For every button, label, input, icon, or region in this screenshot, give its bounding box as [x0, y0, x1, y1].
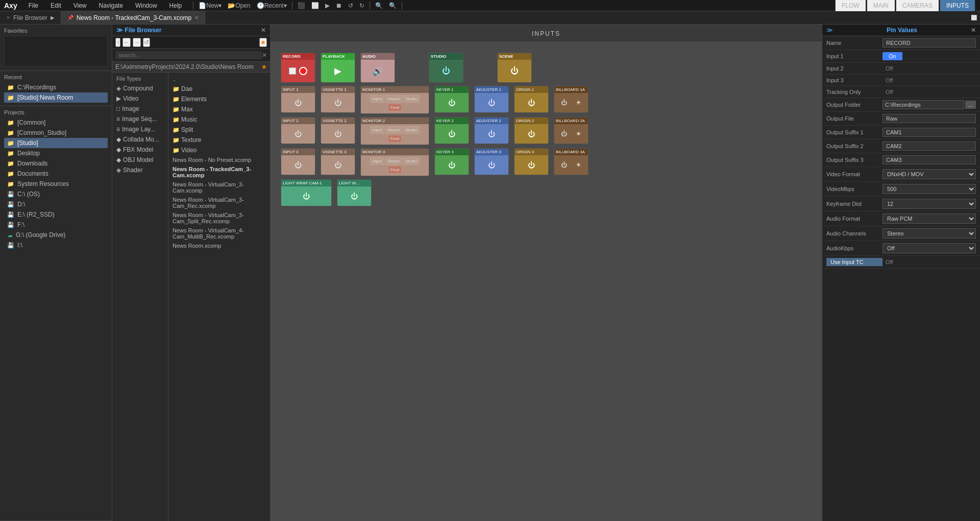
file-item-video[interactable]: 📁 Video: [168, 145, 270, 155]
file-item-virtualcam1[interactable]: News Room - VirtualCam_3-Cam.xcomp: [168, 180, 270, 195]
search-clear-btn[interactable]: ✕: [262, 52, 267, 59]
main-tab[interactable]: MAIN: [867, 0, 896, 12]
node-keyer3[interactable]: KEYER 3 ⏻: [434, 148, 469, 175]
node-keyer2[interactable]: KEYER 2 ⏻: [434, 117, 469, 144]
pin-audiochannels-value[interactable]: Stereo: [883, 228, 976, 239]
file-item-texture[interactable]: 📁 Texture: [168, 135, 270, 145]
toolbar-btn-1[interactable]: ⬛: [295, 1, 308, 10]
tab-file-browser[interactable]: ✕ File Browser ▶: [0, 11, 61, 24]
drive-f[interactable]: 💾 F:\: [4, 220, 108, 230]
project-system-resources[interactable]: 📁 System Resources: [4, 179, 108, 189]
nav-forward-btn[interactable]: →: [133, 38, 141, 47]
pin-suffix1-value[interactable]: [883, 128, 976, 137]
maximize-tab-btn[interactable]: ⬜: [968, 14, 980, 21]
search-input[interactable]: [115, 51, 262, 59]
file-type-shader[interactable]: ◈ Shader: [112, 165, 168, 175]
monitor3-final-btn[interactable]: Final: [388, 166, 402, 174]
monitor3-keyed-btn[interactable]: Keyed: [385, 157, 402, 165]
recent-item-recordings[interactable]: 📁 C:\Recordings: [4, 82, 108, 92]
node-vignette1[interactable]: VIGNETTE 1 ⏻: [321, 86, 355, 113]
file-item-virtualcam2[interactable]: News Room - VirtualCam_3-Cam_Rec.xcomp: [168, 195, 270, 210]
node-adjuster1[interactable]: ADJUSTER 1 ⏻: [474, 86, 509, 113]
menu-window[interactable]: Window: [132, 1, 160, 10]
node-vignette2[interactable]: VIGNETTE 2 ⏻: [321, 117, 355, 144]
file-item-virtualcam4[interactable]: News Room - VirtualCam_4-Cam_MultiB_Rec.…: [168, 226, 270, 241]
new-button[interactable]: 📄 New ▾: [195, 1, 225, 10]
pin-audioformat-value[interactable]: Raw PCM: [883, 214, 976, 224]
file-item-virtualcam3[interactable]: News Room - VirtualCam_3-Cam_Split_Rec.x…: [168, 210, 270, 226]
nav-up-btn[interactable]: ↑: [115, 38, 120, 47]
file-item-dae[interactable]: 📁 Dae: [168, 84, 270, 94]
pin-name-value[interactable]: [883, 38, 976, 48]
pin-outfolder-dots-btn[interactable]: ...: [965, 101, 976, 109]
file-type-video[interactable]: ▶ Video: [112, 93, 168, 104]
node-studio[interactable]: STUDIO ⏻: [429, 53, 463, 83]
node-lightwrap1[interactable]: LIGHT WRAP CAM-1 ⏻: [281, 179, 332, 206]
record-stop-btn[interactable]: [289, 67, 296, 75]
cameras-tab[interactable]: CAMERAS: [896, 0, 940, 12]
pin-videoformat-value[interactable]: DNxHD / MOV: [883, 169, 976, 179]
recent-item-newsroom[interactable]: 📁 [Studio]:News Room: [4, 92, 108, 103]
pin-suffix2-value[interactable]: [883, 141, 976, 151]
nav-refresh-btn[interactable]: ↺: [143, 38, 150, 47]
file-item-music[interactable]: 📁 Music: [168, 114, 270, 125]
project-studio[interactable]: 📁 [Studio]: [4, 138, 108, 148]
file-item-max[interactable]: 📁 Max: [168, 104, 270, 114]
tab-newsroom[interactable]: 📌 News Room - TrackedCam_3-Cam.xcomp ✕: [61, 11, 205, 24]
pin-outfile-value[interactable]: [883, 114, 976, 123]
drive-c[interactable]: 💾 C:\ (OS): [4, 189, 108, 199]
node-adjuster2[interactable]: ADJUSTER 2 ⏻: [474, 117, 509, 144]
menu-navigate[interactable]: Navigate: [96, 1, 126, 10]
node-keyer1[interactable]: KEYER 1 ⏻: [434, 86, 469, 113]
pin-suffix3-value[interactable]: [883, 155, 976, 164]
file-type-imageseq[interactable]: ≡ Image Seq...: [112, 114, 168, 124]
file-type-fbx[interactable]: ◆ FBX Model: [112, 145, 168, 155]
nav-back-btn[interactable]: ←: [122, 38, 131, 47]
menu-view[interactable]: View: [70, 1, 90, 10]
toolbar-btn-8[interactable]: 🔍: [386, 1, 400, 10]
node-origin1[interactable]: ORIGIN 1 ⏻: [514, 86, 549, 113]
recent-button[interactable]: 🕐 Recent ▾: [254, 1, 290, 10]
flow-tab[interactable]: FLOW: [835, 0, 867, 12]
monitor3-studio-btn[interactable]: Studio: [403, 157, 420, 165]
node-monitor3[interactable]: MONITOR 3 Input Keyed Studio Final: [360, 148, 429, 176]
menu-help[interactable]: Help: [166, 1, 185, 10]
pin-videombps-value[interactable]: 500: [883, 184, 976, 194]
drive-i[interactable]: 💾 I:\: [4, 240, 108, 250]
pin-suffix1-input[interactable]: [883, 128, 976, 137]
pin-audiokbps-value[interactable]: Off: [883, 243, 976, 253]
pin-suffix3-input[interactable]: [883, 155, 976, 164]
file-item-newsroom[interactable]: News Room.xcomp: [168, 241, 270, 250]
pin-keyframedist-value[interactable]: 12: [883, 199, 976, 209]
file-type-compound[interactable]: ◈ Compound: [112, 83, 168, 93]
pin-useinputtc-btn[interactable]: Use Input TC: [826, 258, 883, 266]
toolbar-btn-5[interactable]: ↺: [345, 1, 356, 10]
pin-keyframedist-select[interactable]: 12: [883, 199, 976, 209]
toolbar-btn-4[interactable]: ⏹: [333, 1, 345, 10]
menu-edit[interactable]: Edit: [47, 1, 64, 10]
pin-videoformat-select[interactable]: DNxHD / MOV: [883, 169, 976, 179]
node-origin3[interactable]: ORIGIN 3 ⏻: [514, 148, 549, 175]
node-monitor2[interactable]: MONITOR 2 Input Keyed Studio Final: [360, 117, 429, 145]
pin-name-input[interactable]: [883, 38, 976, 48]
node-billboard2a[interactable]: BILLBOARD 2A ⏻ ☀: [554, 117, 589, 144]
node-input2[interactable]: INPUT 2 ⏻: [281, 117, 315, 144]
monitor1-final-btn[interactable]: Final: [388, 104, 402, 111]
pin-outfolder-value[interactable]: ...: [883, 100, 976, 109]
pin-values-close-btn[interactable]: ✕: [971, 27, 976, 34]
node-input1[interactable]: INPUT 1 ⏻: [281, 86, 315, 113]
open-button[interactable]: 📂 Open: [225, 1, 253, 10]
pin-audioformat-select[interactable]: Raw PCM: [883, 214, 976, 224]
monitor1-studio-btn[interactable]: Studio: [403, 95, 420, 103]
menu-file[interactable]: File: [26, 1, 41, 10]
tab-newsroom-close[interactable]: ✕: [194, 15, 199, 20]
monitor1-keyed-btn[interactable]: Keyed: [385, 95, 402, 103]
pin-audiochannels-select[interactable]: Stereo: [883, 228, 976, 239]
file-type-image[interactable]: □ Image: [112, 104, 168, 114]
project-downloads[interactable]: 📁 Downloads: [4, 158, 108, 169]
file-item-no-preset[interactable]: News Room - No Preset.xcomp: [168, 155, 270, 164]
file-panel-close[interactable]: ✕: [261, 27, 266, 34]
project-common[interactable]: 📁 [Common]: [4, 117, 108, 128]
node-billboard1a[interactable]: BILLBOARD 1A ⏻ ☀: [554, 86, 589, 113]
project-documents[interactable]: 📁 Documents: [4, 169, 108, 179]
